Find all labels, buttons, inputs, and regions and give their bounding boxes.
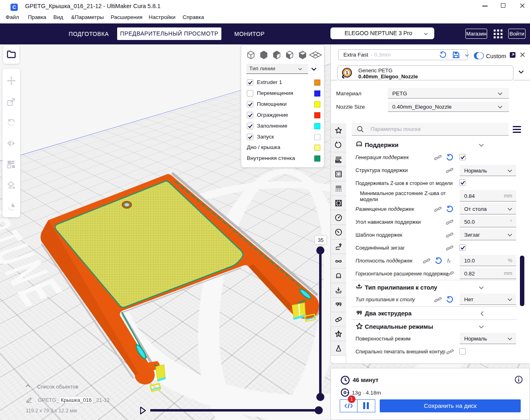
svg-text:35: 35	[318, 237, 324, 243]
